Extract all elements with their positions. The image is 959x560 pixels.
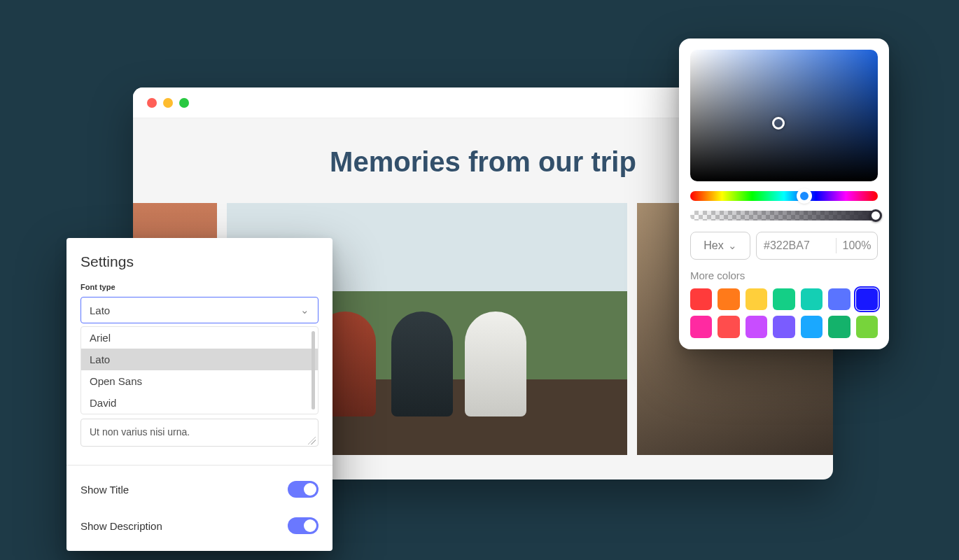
color-swatch[interactable] [773, 288, 794, 310]
photo-subject [465, 312, 526, 416]
color-swatch[interactable] [773, 316, 794, 337]
saturation-thumb-icon[interactable] [772, 117, 785, 130]
font-option[interactable]: Open Sans [81, 370, 318, 392]
saturation-box[interactable] [690, 50, 878, 181]
color-swatch[interactable] [856, 288, 878, 310]
font-option[interactable]: Ariel [81, 327, 318, 349]
photo-subject [391, 312, 453, 416]
color-picker-panel: Hex ⌄ #322BA7 100% More colors [679, 38, 889, 349]
swatch-grid [690, 288, 878, 338]
color-swatch[interactable] [801, 316, 822, 337]
color-swatch[interactable] [690, 316, 712, 337]
color-swatch[interactable] [746, 288, 767, 310]
color-swatch[interactable] [828, 316, 850, 337]
hex-input[interactable]: #322BA7 100% [756, 232, 878, 260]
resize-grip-icon[interactable] [307, 436, 316, 444]
description-value: Ut non varius nisi urna. [90, 426, 190, 438]
toggle-row: Show Title [80, 471, 318, 507]
toggle-row: Show Description [80, 507, 318, 544]
color-swatch[interactable] [801, 288, 822, 310]
toggle-label: Show Description [80, 520, 162, 532]
description-input[interactable]: Ut non varius nisi urna. [80, 419, 318, 447]
toggle-label: Show Title [80, 484, 129, 496]
opacity-value: 100% [836, 239, 877, 252]
show-title-toggle[interactable] [288, 481, 318, 498]
alpha-thumb-icon[interactable] [869, 209, 882, 222]
color-swatch[interactable] [690, 288, 712, 310]
chevron-down-icon: ⌄ [728, 239, 737, 252]
font-select[interactable]: Lato ⌄ [80, 297, 318, 323]
font-option[interactable]: David [81, 392, 318, 414]
color-swatch[interactable] [718, 316, 739, 337]
settings-title: Settings [80, 253, 318, 270]
font-dropdown: Ariel Lato Open Sans David [80, 326, 318, 414]
show-description-toggle[interactable] [288, 517, 318, 534]
hex-code: #322BA7 [757, 239, 836, 252]
alpha-slider[interactable] [690, 211, 878, 220]
hue-thumb-icon[interactable] [798, 190, 811, 202]
font-option[interactable]: Lato [81, 349, 318, 370]
hex-row: Hex ⌄ #322BA7 100% [690, 232, 878, 260]
window-zoom-icon[interactable] [179, 98, 189, 108]
window-close-icon[interactable] [147, 98, 157, 108]
window-minimize-icon[interactable] [163, 98, 173, 108]
hue-slider[interactable] [690, 191, 878, 201]
chevron-down-icon: ⌄ [300, 304, 309, 316]
color-swatch[interactable] [746, 316, 767, 337]
more-colors-label: More colors [690, 270, 878, 281]
color-mode-select[interactable]: Hex ⌄ [690, 232, 750, 260]
font-select-value: Lato [90, 304, 110, 316]
divider [66, 465, 332, 465]
color-mode-value: Hex [704, 239, 723, 252]
settings-panel: Settings Font type Lato ⌄ Ariel Lato Ope… [66, 238, 332, 551]
color-swatch[interactable] [828, 288, 850, 310]
font-type-label: Font type [80, 283, 318, 291]
color-swatch[interactable] [718, 288, 739, 310]
color-swatch[interactable] [856, 316, 878, 337]
